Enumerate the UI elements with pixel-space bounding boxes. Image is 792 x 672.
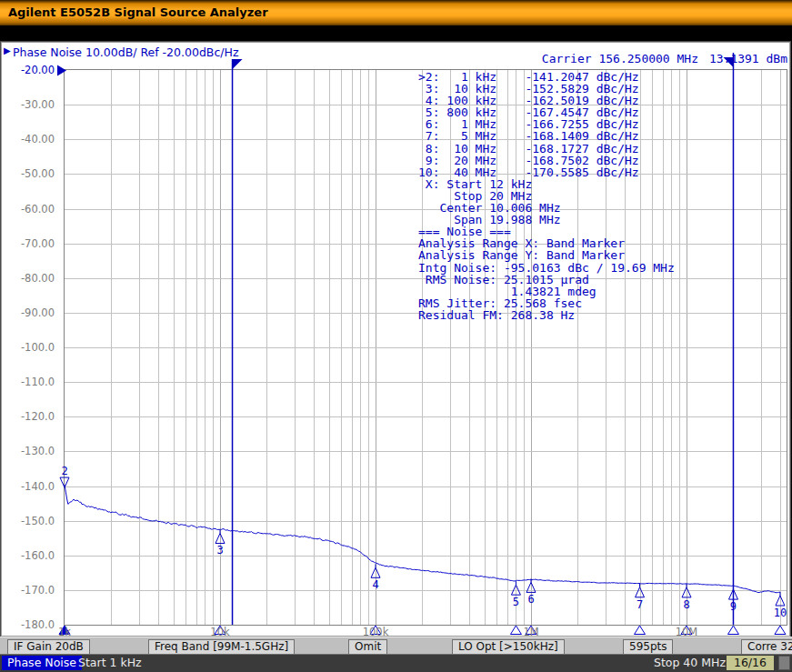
- y-tick-label: -80.00: [0, 272, 55, 285]
- y-tick-label: -50.00: [0, 167, 55, 180]
- status-grip: [778, 656, 790, 670]
- y-tick-label: -180.0: [0, 618, 55, 631]
- y-tick-label: -60.00: [0, 203, 55, 216]
- carrier-power: 13.1391 dBm: [709, 52, 787, 65]
- trace-select-icon[interactable]: ▶: [4, 45, 11, 55]
- y-tick-label: -70.00: [0, 237, 55, 250]
- y-tick-label: -90.00: [0, 306, 55, 319]
- setup-bar: IF Gain 20dB Freq Band [99M-1.5GHz] Omit…: [0, 637, 792, 655]
- freq-band-button[interactable]: Freq Band [99M-1.5GHz]: [148, 639, 295, 655]
- status-bar: Phase Noise Start 1 kHz Stop 40 MHz 16/1…: [0, 655, 792, 672]
- titlebar: Agilent E5052B Signal Source Analyzer: [0, 0, 792, 25]
- y-tick-label: -20.00: [0, 64, 55, 76]
- carrier-frequency: Carrier 156.250000 MHz: [542, 52, 698, 65]
- y-tick-label: -40.00: [0, 133, 55, 145]
- y-tick-label: -170.0: [0, 584, 55, 597]
- correction-button[interactable]: Corre 32: [741, 639, 792, 655]
- y-tick-label: -160.0: [0, 549, 55, 562]
- readout-line-20: Residual FM: 268.38 Hz: [418, 309, 675, 321]
- readout-line-19: RMS Jitter: 25.568 fsec: [418, 297, 675, 309]
- points-button[interactable]: 595pts: [623, 639, 673, 655]
- lo-opt-button[interactable]: LO Opt [>150kHz]: [452, 639, 565, 655]
- y-tick-label: -140.0: [0, 480, 55, 493]
- instrument-screen: { "titlebar": { "title": "Agilent E5052B…: [0, 0, 792, 672]
- y-tick-label: -100.0: [0, 341, 55, 354]
- readout-line-6: 8: 10 MHz -168.1727 dBc/Hz: [418, 143, 675, 155]
- y-tick-label: -30.00: [0, 98, 55, 111]
- marker-readout-table: >2: 1 kHz -141.2047 dBc/Hz 3: 10 kHz -15…: [418, 71, 675, 321]
- readout-line-16: Intg Noise: -95.0163 dBc / 19.69 MHz: [418, 262, 675, 274]
- sweep-stop: Stop 40 MHz: [654, 656, 726, 670]
- if-gain-button[interactable]: IF Gain 20dB: [7, 639, 90, 655]
- y-tick-label: -120.0: [0, 410, 55, 423]
- readout-line-9: X: Start 12 kHz: [418, 178, 675, 190]
- average-counter: 16/16: [727, 656, 774, 670]
- sweep-start: Start 1 kHz: [78, 656, 142, 670]
- readout-line-15: Analysis Range Y: Band Marker: [418, 249, 675, 261]
- omit-button[interactable]: Omit: [348, 639, 387, 655]
- readout-line-5: 7: 5 MHz -168.1409 dBc/Hz: [418, 130, 675, 142]
- y-tick-label: -110.0: [0, 376, 55, 388]
- trace-header: Phase Noise 10.00dB/ Ref -20.00dBc/Hz: [13, 45, 238, 59]
- readout-line-7: 9: 20 MHz -168.7502 dBc/Hz: [418, 155, 675, 166]
- readout-line-8: 10: 40 MHz -170.5585 dBc/Hz: [418, 166, 675, 178]
- mode-badge[interactable]: Phase Noise: [2, 656, 82, 670]
- readout-line-18: 1.43821 mdeg: [418, 286, 675, 297]
- y-tick-label: -150.0: [0, 515, 55, 527]
- app-title: Agilent E5052B Signal Source Analyzer: [8, 5, 268, 19]
- y-tick-label: -130.0: [0, 445, 55, 457]
- readout-line-17: RMS Noise: 25.1015 µrad: [418, 274, 675, 286]
